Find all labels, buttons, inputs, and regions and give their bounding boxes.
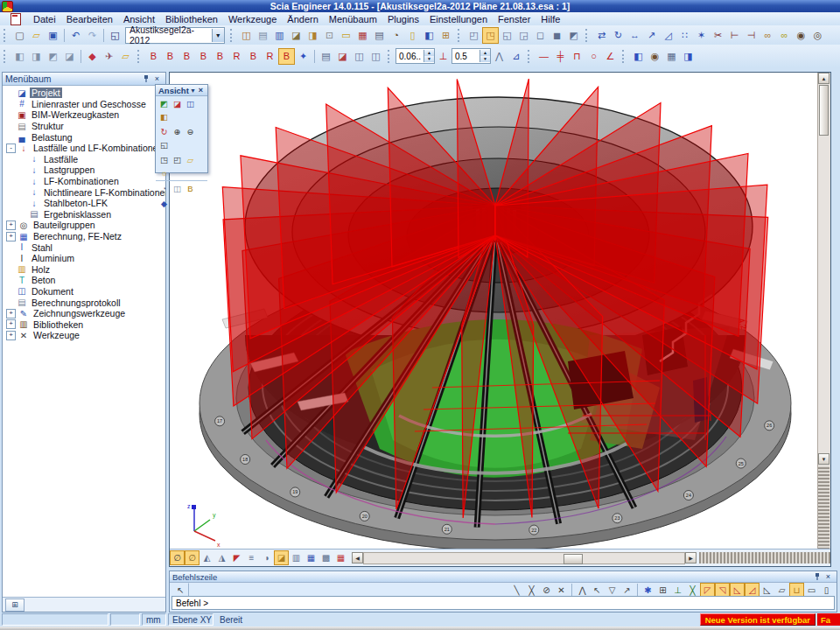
toolbar-grip[interactable] bbox=[230, 29, 235, 42]
close-icon[interactable]: × bbox=[822, 571, 834, 582]
shading-icon[interactable]: ◑ bbox=[259, 550, 274, 565]
search-icon[interactable]: ◉ bbox=[793, 27, 809, 44]
mail-icon[interactable]: ▭ bbox=[338, 27, 354, 44]
rotate-view-icon[interactable]: ↻ bbox=[158, 125, 171, 138]
model-viewport[interactable]: 26252423222120191817 4.2 y x z ▲ ▼ ∅∅◭◮ bbox=[169, 72, 831, 567]
render-mode-icon[interactable]: ◆ bbox=[158, 197, 171, 210]
project-combobox[interactable]: Akustiksegel2a-2012 ▼ bbox=[125, 27, 225, 44]
menubaum-header[interactable]: Menübaum × bbox=[3, 73, 165, 86]
tree-item-nichtlineare-lf-kombinationen[interactable]: ↓Nichtlineare LF-Kombinationen bbox=[3, 186, 165, 198]
view-front-icon[interactable]: ◪ bbox=[171, 97, 184, 110]
light-icon[interactable]: ☼ bbox=[158, 166, 171, 179]
copy-properties-icon[interactable]: ◧ bbox=[11, 48, 28, 65]
catalog-icon[interactable]: ▥ bbox=[271, 27, 288, 44]
load-accel-icon[interactable]: ✦ bbox=[295, 48, 312, 65]
zoom-in-icon[interactable]: ⊕ bbox=[171, 125, 184, 138]
print-icon[interactable]: ▤ bbox=[371, 27, 388, 44]
title-bar[interactable]: Scia Engineer 14.0.115 - [Akustiksegel2a… bbox=[0, 0, 840, 12]
polar-array-icon[interactable]: ✶ bbox=[693, 27, 710, 44]
scale-field[interactable]: 0.5 ▲▼ bbox=[452, 48, 491, 64]
paste-add-icon[interactable]: ◪ bbox=[61, 48, 78, 65]
spinner-arrows[interactable]: ▲▼ bbox=[480, 50, 490, 62]
move-icon[interactable]: ⇄ bbox=[593, 27, 610, 44]
tree-item-berechnung-fe-netz[interactable]: +▦Berechnung, FE-Netz bbox=[3, 231, 165, 242]
profile-icon[interactable]: ⊿ bbox=[508, 48, 524, 65]
fast-draw-icon[interactable]: ◪ bbox=[274, 550, 289, 565]
scroll-left-icon[interactable]: ◀ bbox=[352, 552, 363, 564]
view-iso-icon[interactable]: ◩ bbox=[158, 97, 171, 110]
tree-item-stahl[interactable]: IStahl bbox=[3, 242, 165, 253]
vscroll-thumb[interactable] bbox=[819, 85, 829, 136]
pair-icon[interactable]: ∞ bbox=[776, 27, 793, 44]
window-vertical-icon[interactable]: ◲ bbox=[515, 27, 532, 44]
tree-item-werkzeuge[interactable]: +✕Werkzeuge bbox=[3, 330, 165, 341]
snap-size-field[interactable]: 0.06.. ▲▼ bbox=[396, 48, 435, 64]
undo-icon[interactable]: ↶ bbox=[67, 27, 84, 44]
menu-einstellungen[interactable]: Einstellungen bbox=[424, 13, 493, 25]
binoculars-icon[interactable]: ◎ bbox=[809, 27, 826, 44]
perspective-icon[interactable]: ◮ bbox=[214, 550, 229, 565]
window-restore-icon[interactable]: ◩ bbox=[565, 27, 582, 44]
load-free-icon[interactable]: B bbox=[245, 48, 262, 65]
menu-fenster[interactable]: Fenster bbox=[493, 13, 536, 25]
axo-view-icon[interactable]: ◭ bbox=[200, 550, 214, 565]
join-icon[interactable]: ∞ bbox=[760, 27, 776, 44]
results-display-icon[interactable]: ▦ bbox=[333, 550, 348, 565]
load-case-3-icon[interactable]: B bbox=[178, 48, 195, 65]
menu-werkzeuge[interactable]: Werkzeuge bbox=[223, 13, 282, 25]
tree-item-bim-werkzeugkasten[interactable]: ▣BIM-Werkzeugkasten bbox=[3, 109, 165, 121]
tree-item-lastfälle[interactable]: ↓Lastfälle bbox=[3, 154, 165, 165]
accept-icon[interactable]: ◆ bbox=[84, 48, 101, 65]
view-manager-icon[interactable]: ▱ bbox=[184, 153, 197, 166]
zoom-window-icon[interactable]: ◱ bbox=[158, 138, 171, 151]
menu-bearbeiten[interactable]: Bearbeiten bbox=[61, 13, 118, 25]
menu-menuebaum[interactable]: Menübaum bbox=[324, 13, 382, 25]
pin-icon[interactable] bbox=[811, 571, 822, 582]
rotate-icon[interactable]: ↻ bbox=[610, 27, 626, 44]
load-move-icon[interactable]: R bbox=[262, 48, 278, 65]
menu-aendern[interactable]: Ändern bbox=[282, 13, 323, 25]
tree-item-aluminium[interactable]: IAluminium bbox=[3, 253, 165, 264]
open-project-icon[interactable]: ▱ bbox=[28, 27, 45, 44]
roof-icon[interactable]: ⋀ bbox=[491, 48, 508, 65]
beam-display-icon[interactable]: ▥ bbox=[289, 550, 304, 565]
status-units[interactable]: mm bbox=[142, 613, 166, 626]
view-settings-icon[interactable]: ◔ bbox=[158, 182, 171, 195]
mdi-document-icon[interactable] bbox=[10, 13, 21, 25]
array-icon[interactable]: ∷ bbox=[676, 27, 693, 44]
new-document-icon[interactable]: ▢ bbox=[11, 27, 28, 44]
tree-item-lf-kombinationen[interactable]: ↓LF-Kombinationen bbox=[3, 176, 165, 187]
red-flag-icon[interactable]: ◤ bbox=[229, 550, 244, 565]
paste-properties-icon[interactable]: ◨ bbox=[28, 48, 45, 65]
spinner-arrows[interactable]: ▲▼ bbox=[424, 50, 434, 62]
toolbar-grip[interactable] bbox=[4, 50, 9, 63]
preview-icon[interactable]: ◔ bbox=[388, 27, 404, 44]
paint-brush-icon[interactable]: ◧ bbox=[630, 48, 647, 65]
menu-bibliotheken[interactable]: Bibliotheken bbox=[160, 13, 223, 25]
close-icon[interactable]: × bbox=[151, 74, 163, 84]
layers-icon[interactable]: ◧ bbox=[421, 27, 438, 44]
zoom-out-icon[interactable]: ⊖ bbox=[184, 125, 197, 138]
extend-icon[interactable]: ⊢ bbox=[726, 27, 743, 44]
save-picture-icon[interactable]: ▤ bbox=[318, 48, 334, 65]
window-new-icon[interactable]: ◼ bbox=[549, 27, 565, 44]
ansicht-floating-toolbar[interactable]: Ansicht ▼ × ◩◪◫◧ ↻⊕⊖◱ ◳◰▱☼ ◔◫B ◆ bbox=[155, 84, 208, 173]
toolbar-grip[interactable] bbox=[137, 50, 143, 63]
close-viewer-icon[interactable]: ◱ bbox=[107, 27, 123, 44]
toolbar-grip[interactable] bbox=[528, 50, 533, 63]
line-icon[interactable]: — bbox=[536, 48, 552, 65]
toolbar-grip[interactable] bbox=[4, 29, 9, 42]
beam-info-icon[interactable]: ◨ bbox=[680, 48, 696, 65]
break-icon[interactable]: ⊣ bbox=[743, 27, 760, 44]
ansicht-header[interactable]: Ansicht ▼ × bbox=[156, 85, 207, 96]
tree-expand-icon[interactable]: + bbox=[6, 319, 16, 329]
tree-item-bauteilgruppen[interactable]: +◎Bauteilgruppen bbox=[3, 220, 165, 231]
load-case-1-icon[interactable]: B bbox=[145, 48, 162, 65]
toolbar-grip[interactable] bbox=[388, 50, 393, 63]
tree-expand-icon[interactable]: + bbox=[6, 232, 16, 242]
tree-item-bibliotheken[interactable]: +▥Bibliotheken bbox=[3, 318, 165, 330]
toolbar-grip[interactable] bbox=[458, 29, 463, 42]
camera-b-icon[interactable]: ◫ bbox=[368, 48, 384, 65]
surface-display-icon[interactable]: ▦ bbox=[304, 550, 318, 565]
tree-expand-icon[interactable]: + bbox=[6, 331, 16, 340]
